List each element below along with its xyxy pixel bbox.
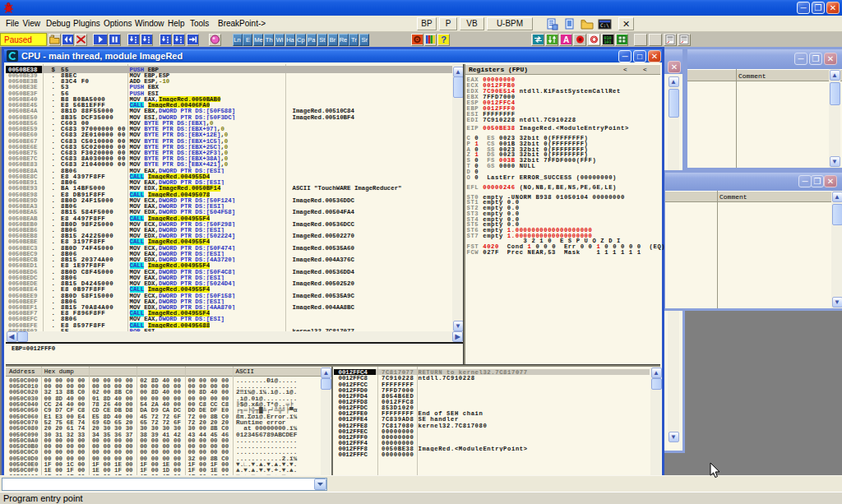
svg-text:101: 101 xyxy=(604,39,611,44)
svg-text:A: A xyxy=(563,35,569,44)
svg-text:?: ? xyxy=(441,35,446,44)
svg-text:C:\: C:\ xyxy=(600,22,609,28)
